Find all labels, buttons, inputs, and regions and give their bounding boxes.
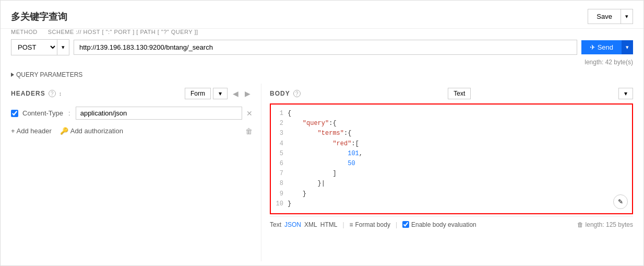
body-length: 🗑 length: 125 bytes [577, 221, 633, 228]
send-button[interactable]: ✈ Send [581, 40, 622, 54]
url-label: SCHEME :// HOST [ ":" PORT ] [ PATH [ "?… [48, 29, 198, 35]
header-content-type-row: Content-Type : ✕ [11, 103, 253, 123]
method-label: METHOD [11, 29, 38, 35]
headers-sort-icon[interactable]: ↕ [59, 90, 62, 97]
query-params-label: QUERY PARAMETERS [16, 71, 82, 78]
code-line-8: 8 }| [275, 179, 628, 189]
triangle-right-icon [11, 73, 14, 77]
format-body-button[interactable]: ≡ Format body [350, 221, 390, 228]
code-line-2: 2 "query":{ [275, 119, 628, 129]
header-key: Content-Type [22, 109, 63, 117]
code-editor[interactable]: 1 { 2 "query":{ 3 "terms":{ 4 "red":[ [270, 103, 633, 214]
query-params-toggle[interactable]: QUERY PARAMETERS [11, 71, 633, 78]
save-button[interactable]: Save [588, 9, 621, 24]
code-line-3: 3 "terms":{ [275, 129, 628, 138]
format-json[interactable]: JSON [284, 221, 301, 228]
code-line-4: 4 "red":[ [275, 139, 628, 149]
method-dropdown-arrow[interactable]: ▾ [57, 39, 69, 55]
header-checkbox[interactable] [11, 110, 18, 117]
body-text-button[interactable]: Text [448, 88, 471, 99]
headers-form-button[interactable]: Form [185, 88, 211, 99]
url-length: length: 42 byte(s) [11, 59, 633, 66]
colon: : [68, 109, 70, 117]
code-line-9: 9 } [275, 189, 628, 199]
code-line-1: 1 { [275, 109, 628, 119]
format-xml[interactable]: XML [304, 221, 317, 228]
format-html[interactable]: HTML [320, 221, 338, 228]
query-params-section: QUERY PARAMETERS [1, 71, 643, 84]
save-button-group: Save ▾ [588, 9, 633, 24]
header-action-row: + Add header 🔑 Add authorization 🗑 [11, 123, 253, 139]
code-line-10: 10 } [275, 199, 628, 209]
edit-body-button[interactable]: ✎ [613, 194, 628, 209]
header-value-input[interactable] [76, 107, 242, 120]
nav-left-arrow[interactable]: ◀ [231, 88, 241, 99]
code-line-5: 5 101, [275, 149, 628, 159]
body-help-icon[interactable]: ? [293, 90, 301, 97]
save-dropdown-arrow[interactable]: ▾ [621, 9, 633, 24]
body-panel: BODY ? Text ▾ 1 { 2 "query":{ 3 "term [261, 84, 633, 261]
trash-icon[interactable]: 🗑 [577, 221, 583, 228]
remove-header-button[interactable]: ✕ [246, 109, 253, 118]
body-footer: Text JSON XML HTML | ≡ Format body | Ena… [270, 216, 633, 230]
format-types: Text JSON XML HTML | ≡ Format body | Ena… [270, 221, 476, 228]
key-icon: 🔑 [60, 127, 68, 135]
send-dropdown-arrow[interactable]: ▾ [622, 40, 633, 54]
divider2: | [396, 221, 397, 228]
main-content: HEADERS ? ↕ Form ▾ ◀ ▶ Content-Type : ✕ [1, 84, 643, 261]
url-section: METHOD SCHEME :// HOST [ ":" PORT ] [ PA… [1, 29, 643, 71]
divider: | [342, 221, 344, 228]
code-line-6: 6 50 [275, 159, 628, 169]
url-input[interactable] [74, 40, 577, 55]
headers-panel: HEADERS ? ↕ Form ▾ ◀ ▶ Content-Type : ✕ [11, 84, 261, 261]
headers-title: HEADERS [11, 90, 45, 97]
format-body-icon: ≡ [350, 221, 353, 228]
page-title: 多关键字查询 [11, 10, 67, 23]
body-title: BODY [270, 90, 290, 97]
enable-eval-section: Enable body evaluation [402, 221, 476, 228]
headers-help-icon[interactable]: ? [49, 90, 56, 97]
delete-header-icon[interactable]: 🗑 [245, 127, 253, 135]
method-select[interactable]: POST GET PUT DELETE [11, 39, 57, 55]
send-icon: ✈ [590, 43, 595, 51]
code-line-7: 7 ] [275, 169, 628, 179]
headers-form-arrow[interactable]: ▾ [213, 88, 228, 99]
add-authorization-button[interactable]: 🔑 Add authorization [56, 125, 127, 137]
nav-right-arrow[interactable]: ▶ [243, 88, 253, 99]
body-text-arrow[interactable]: ▾ [618, 88, 633, 99]
add-header-button[interactable]: + Add header [11, 125, 52, 137]
format-text[interactable]: Text [270, 221, 281, 228]
enable-eval-checkbox[interactable] [402, 221, 409, 228]
